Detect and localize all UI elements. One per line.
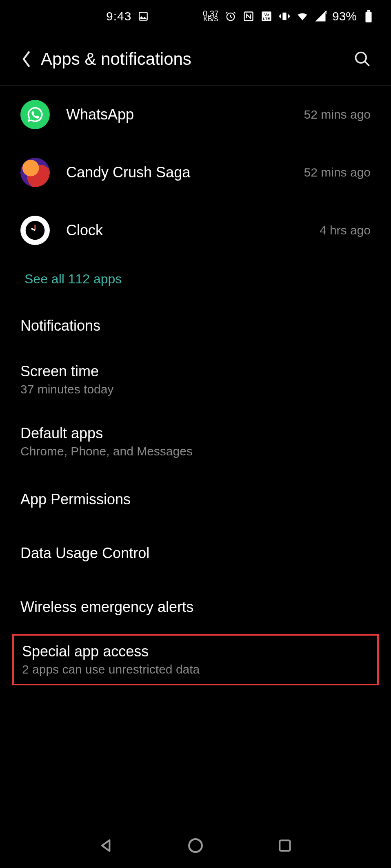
svg-rect-7 <box>366 12 372 22</box>
setting-wireless-alerts[interactable]: Wireless emergency alerts <box>0 580 391 634</box>
setting-title: Wireless emergency alerts <box>20 599 371 616</box>
vibrate-icon <box>278 10 291 22</box>
setting-subtitle: Chrome, Phone, and Messages <box>20 444 371 458</box>
svg-text:LTE: LTE <box>263 17 270 21</box>
setting-title: Data Usage Control <box>20 545 371 562</box>
app-name-label: WhatsApp <box>66 106 288 123</box>
app-time-label: 52 mins ago <box>304 108 371 121</box>
setting-title: Default apps <box>20 425 371 442</box>
setting-default-apps[interactable]: Default apps Chrome, Phone, and Messages <box>0 411 391 473</box>
setting-data-usage[interactable]: Data Usage Control <box>0 526 391 580</box>
app-header: Apps & notifications <box>0 33 391 86</box>
navigation-bar <box>0 823 391 868</box>
app-time-label: 4 hrs ago <box>320 223 371 237</box>
page-title: Apps & notifications <box>41 49 350 69</box>
app-row-clock[interactable]: Clock 4 hrs ago <box>0 201 391 259</box>
see-all-apps[interactable]: See all 112 apps <box>0 259 391 303</box>
setting-special-app-access-highlighted[interactable]: Special app access 2 apps can use unrest… <box>12 634 379 685</box>
svg-point-11 <box>189 839 202 852</box>
setting-title: Special app access <box>22 643 369 660</box>
svg-point-9 <box>356 52 367 63</box>
search-button[interactable] <box>350 47 375 71</box>
nav-home-button[interactable] <box>185 835 206 856</box>
app-time-label: 52 mins ago <box>304 166 371 179</box>
clock-icon <box>20 216 50 245</box>
volte-icon: VoLTE <box>260 10 273 22</box>
app-row-whatsapp[interactable]: WhatsApp 52 mins ago <box>0 86 391 144</box>
alarm-icon <box>224 10 237 22</box>
back-button[interactable] <box>16 49 37 69</box>
battery-icon <box>362 10 375 22</box>
setting-screen-time[interactable]: Screen time 37 minutes today <box>0 349 391 411</box>
setting-title: Screen time <box>20 363 371 380</box>
svg-rect-6 <box>282 13 286 20</box>
nfc-icon <box>242 10 255 22</box>
network-speed: 0.37 KB/S <box>203 11 219 22</box>
svg-text:Vo: Vo <box>264 13 269 17</box>
setting-subtitle: 2 apps can use unrestricted data <box>22 663 369 676</box>
setting-app-permissions[interactable]: App Permissions <box>0 473 391 526</box>
status-time: 9:43 <box>106 9 131 23</box>
setting-title: App Permissions <box>20 491 371 508</box>
battery-percent: 93% <box>332 9 357 23</box>
status-bar: 9:43 0.37 KB/S VoLTE x 93% <box>0 0 391 33</box>
svg-rect-8 <box>367 10 370 12</box>
whatsapp-icon <box>20 100 50 129</box>
signal-icon: x <box>314 10 327 22</box>
setting-notifications[interactable]: Notifications <box>0 303 391 349</box>
photo-icon <box>137 10 149 22</box>
app-name-label: Candy Crush Saga <box>66 164 288 181</box>
candy-crush-icon <box>20 158 50 187</box>
app-name-label: Clock <box>66 222 303 239</box>
setting-subtitle: 37 minutes today <box>20 382 371 396</box>
setting-title: Notifications <box>20 317 371 334</box>
see-all-link[interactable]: See all 112 apps <box>24 272 122 286</box>
svg-rect-12 <box>280 840 290 850</box>
wifi-icon <box>296 10 309 22</box>
nav-back-button[interactable] <box>96 835 116 856</box>
nav-recent-button[interactable] <box>275 835 295 856</box>
app-row-candy-crush[interactable]: Candy Crush Saga 52 mins ago <box>0 144 391 201</box>
